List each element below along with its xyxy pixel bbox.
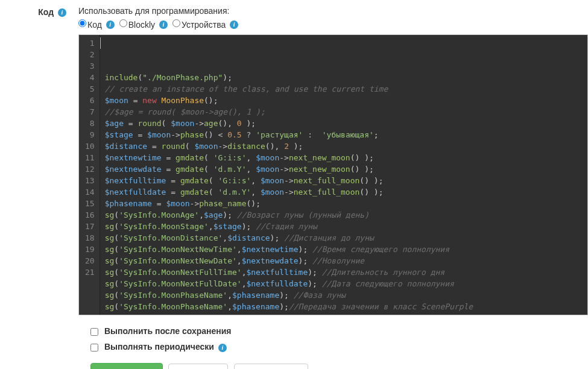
token-p: (); [204,96,218,105]
line-number: 11 [85,152,95,163]
token-p: , [199,210,204,219]
line-number: 18 [85,232,95,244]
line-number: 9 [85,129,95,140]
token-var: $nextfulltime [246,268,308,277]
info-icon[interactable]: i [159,20,168,29]
token-p: ); [223,210,236,219]
code-line[interactable]: include("./MoonPhase.php"); [105,72,583,83]
token-fn: sg [105,245,115,254]
editor-code[interactable]: include("./MoonPhase.php");// create an … [100,35,587,315]
code-line[interactable]: sg('SysInfo.MoonNextFullTime',$nextfullt… [105,266,583,278]
checkbox-periodic-input[interactable] [90,344,98,352]
radio-option-0[interactable]: Код i [78,19,115,29]
code-line[interactable]: $phasename = $moon->phase_name(); [105,198,583,209]
code-line[interactable]: sg('SysInfo.MoonNextFullDate',$nextfulld… [105,278,583,289]
code-line[interactable]: $nextnewdate = gmdate( 'd.m.Y', $moon->n… [105,163,583,175]
info-icon[interactable]: i [58,8,66,17]
code-line[interactable]: // create an instance of the class, and … [105,83,583,95]
token-str: 'SysInfo.MoonPhaseName' [119,302,227,311]
token-str: 'd.m.Y' [213,165,247,174]
checkbox-after-save-input[interactable] [90,328,98,336]
code-line[interactable]: sg('SysInfo.MoonPhaseName',$phasename);/… [105,301,583,312]
code-line[interactable]: $nextfulltime = gmdate( 'G:i:s', $moon->… [105,175,583,186]
code-line[interactable]: sg('SysInfo.MoonAge',$age); //Возраст лу… [105,209,583,221]
line-number: 5 [85,83,95,95]
token-num: 0.5 [227,130,241,139]
info-icon[interactable]: i [218,344,227,352]
line-number: 14 [85,186,95,198]
cancel-button[interactable]: Отмена [168,364,227,369]
radio-input-1[interactable] [119,19,127,27]
token-fn: next_full_moon [294,188,360,197]
code-line[interactable]: sg('SysInfo.MoonNextNewTime',$nextnewtim… [105,244,583,255]
code-line[interactable]: $distance = round( $moon->distance(), 2 … [105,140,583,152]
token-op: = [171,176,175,185]
line-number: 6 [85,95,95,106]
token-p: ); [308,268,321,277]
token-cmt: //Стадия луны [256,222,317,231]
token-var: $age [105,119,124,128]
code-line[interactable]: $age = round( $moon->age(), 0 ); [105,118,583,129]
code-line[interactable]: $nextnewtime = gmdate( 'G:i:s', $moon->n… [105,152,583,163]
code-line[interactable]: $stage = $moon->phase() < 0.5 ? 'растуща… [105,129,583,140]
checkbox-after-save[interactable]: Выполнить после сохранения [90,326,232,336]
token-var: $age [204,210,223,219]
token-p: ); [279,302,289,311]
token-str: 'SysInfo.MoonStage' [119,222,209,231]
token-str: 'SysInfo.MoonNextFullDate' [119,279,242,288]
code-editor[interactable]: 123456789101112131415161718192021 includ… [78,34,588,315]
code-line[interactable]: sg('SysInfo.MoonPhaseName',$phasename); … [105,289,583,301]
token-str: 'SysInfo.MoonNextNewTime' [119,245,237,254]
save-button[interactable]: Сохранить [90,363,163,369]
code-line[interactable]: sg('SysInfo.MoonNextNewDate',$nextnewdat… [105,255,583,266]
code-line[interactable]: sg('SysInfo.MoonDistance',$distance); //… [105,232,583,244]
token-p: () ); [350,153,374,162]
token-fn: next_full_moon [294,176,360,185]
token-p [157,142,162,151]
token-p [142,130,147,139]
token-str: 'SysInfo.MoonDistance' [119,233,223,242]
token-op: -> [279,153,289,162]
radio-input-0[interactable] [78,19,86,27]
token-p: ( [114,256,119,265]
line-number: 20 [85,255,95,266]
token-fn: sg [105,256,115,265]
info-icon[interactable]: i [106,20,115,29]
token-p: ( [114,279,119,288]
token-fn: sg [105,222,115,231]
token-cmt: // create an instance of the class, and … [105,84,388,93]
token-p: , [237,245,242,254]
token-fn: distance [227,142,265,151]
token-op: -> [171,130,180,139]
token-str: 'SysInfo.MoonAge' [119,210,199,219]
token-op: -> [279,165,289,174]
token-var: $stage [105,130,133,139]
code-line[interactable]: //$age = round( $moon->age(), 1 ); [105,106,583,118]
code-line[interactable]: $moon = new MoonPhase(); [105,95,583,106]
code-line[interactable]: sg('SysInfo.MoonStage',$stage); //Стадия… [105,221,583,232]
radio-option-1[interactable]: Blockly i [119,19,168,29]
info-icon[interactable]: i [230,20,238,29]
token-cmt: //Дата следующего полнолуния [322,279,454,288]
token-op: = [171,188,175,197]
radio-input-2[interactable] [172,19,180,27]
actions-button[interactable]: Действия... [234,364,308,369]
token-fn: gmdate [180,176,209,185]
token-cmt: //Дистанция до луны [284,233,374,242]
code-line[interactable]: $nextfulldate = gmdate( 'd.m.Y', $moon->… [105,186,583,198]
radio-label-0: Код [87,20,102,30]
token-p [128,96,133,105]
token-cmt: //Передача значении в класс ScenePurple [289,302,473,311]
token-fn: phase [180,130,204,139]
token-var: $nextnewtime [105,153,162,162]
section-label: Код [38,7,54,17]
token-p [175,188,180,197]
token-op: = [152,142,157,151]
line-number: 15 [85,198,95,209]
checkbox-periodic[interactable]: Выполнять периодически [90,342,217,352]
token-var: $moon [194,142,218,151]
token-fn: sg [105,279,115,288]
radio-option-2[interactable]: Устройства i [172,19,238,29]
line-number: 10 [85,140,95,152]
token-p: ); [223,73,232,82]
